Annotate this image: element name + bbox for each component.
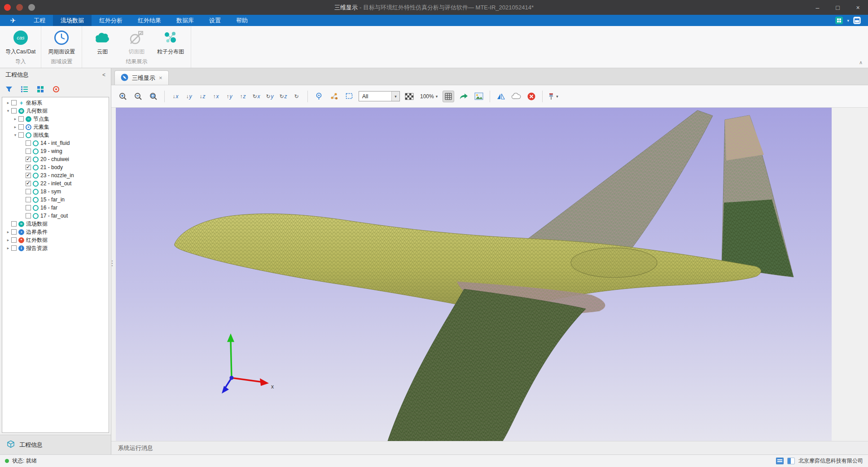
filter-icon[interactable]: [5, 85, 13, 93]
view-x-up-icon[interactable]: ↑x: [210, 91, 222, 102]
tree-item[interactable]: 21 - body: [2, 163, 109, 171]
app-dot-red-icon[interactable]: [4, 4, 11, 11]
view-y-down-icon[interactable]: ↓y: [183, 91, 195, 102]
taskbar-split-icon[interactable]: [787, 458, 795, 464]
tree-item[interactable]: 19 - wing: [2, 147, 109, 155]
zoom-fit-icon[interactable]: [148, 91, 159, 102]
zoom-level-dropdown[interactable]: 100% ▾: [419, 93, 439, 100]
list-view-icon[interactable]: [21, 85, 29, 93]
rotate-free-icon[interactable]: ↻: [291, 91, 302, 102]
tree-item[interactable]: ▸▪边界条件: [2, 228, 109, 236]
cloud-display-icon[interactable]: [510, 91, 522, 102]
tree-item[interactable]: ▸*红外数据: [2, 236, 109, 244]
zoom-in-icon[interactable]: [117, 91, 129, 102]
particle-distribution-button[interactable]: 粒子分布图: [154, 28, 187, 56]
menu-item-settings[interactable]: 设置: [202, 15, 228, 26]
visibility-checkbox[interactable]: [26, 205, 31, 210]
tab-3d-display[interactable]: 三维显示 ×: [114, 70, 169, 85]
panel-collapse-icon[interactable]: <: [102, 72, 105, 78]
expander-icon[interactable]: ▸: [5, 238, 11, 242]
visibility-checkbox[interactable]: [18, 124, 24, 130]
panel-footer-project-info[interactable]: 工程信息: [0, 435, 111, 454]
menu-item-help[interactable]: 帮助: [228, 15, 255, 26]
view-y-up-icon[interactable]: ↑y: [224, 91, 235, 102]
pin-caret-icon[interactable]: ▾: [556, 94, 558, 99]
tree-item[interactable]: ▸+坐标系: [2, 99, 109, 107]
tree-item[interactable]: ▾面线集: [2, 131, 109, 139]
quick-access-icon[interactable]: [835, 17, 843, 24]
grid-view-icon[interactable]: [36, 85, 44, 93]
app-dot-gray-icon[interactable]: [28, 4, 35, 11]
rotate-y-icon[interactable]: ↻y: [264, 91, 276, 102]
tree-item[interactable]: 15 - far_in: [2, 196, 109, 204]
ribbon-collapse-chevron-icon[interactable]: ∧: [859, 60, 863, 65]
expander-icon[interactable]: ▸: [5, 246, 11, 250]
menu-item-project[interactable]: 工程: [26, 15, 53, 26]
expander-icon[interactable]: ▾: [5, 109, 11, 113]
expander-icon[interactable]: ▸: [5, 230, 11, 234]
visibility-checkbox[interactable]: [11, 237, 17, 243]
tree-item[interactable]: 20 - chuiwei: [2, 155, 109, 163]
tree-item[interactable]: ≈流场数据: [2, 220, 109, 228]
box-select-icon[interactable]: [343, 91, 355, 102]
expander-icon[interactable]: ▾: [12, 133, 18, 137]
grid-display-toggle[interactable]: [443, 91, 454, 102]
tree-item[interactable]: ▸i报告资源: [2, 244, 109, 252]
import-cas-dat-button[interactable]: cas 导入Cas/Dat: [4, 28, 37, 56]
view-x-down-icon[interactable]: ↓x: [170, 91, 181, 102]
cloud-map-button[interactable]: 云图: [86, 28, 119, 56]
app-dot-maroon-icon[interactable]: [16, 4, 23, 11]
tree-item[interactable]: 22 - inlet_out: [2, 179, 109, 188]
menu-item-database[interactable]: 数据库: [169, 15, 202, 26]
probe-point-icon[interactable]: [313, 91, 324, 102]
pin-dropdown[interactable]: ▾: [548, 92, 558, 100]
visibility-checkbox[interactable]: [11, 108, 17, 113]
view-z-down-icon[interactable]: ↓z: [197, 91, 208, 102]
mirror-icon[interactable]: [495, 91, 507, 102]
visibility-checkbox[interactable]: [26, 157, 31, 162]
clear-results-icon[interactable]: [526, 91, 537, 102]
expander-icon[interactable]: ▸: [5, 100, 11, 105]
rotate-x-icon[interactable]: ↻x: [250, 91, 262, 102]
viewport-3d[interactable]: x: [116, 108, 832, 441]
window-layout-icon[interactable]: [853, 17, 861, 24]
view-z-up-icon[interactable]: ↑z: [237, 91, 249, 102]
tree-item[interactable]: 23 - nozzle_in: [2, 171, 109, 179]
expander-icon[interactable]: ▸: [12, 117, 18, 121]
section-plane-button[interactable]: 切面图: [120, 28, 153, 56]
tree-item[interactable]: ▸•元素集: [2, 123, 109, 131]
visibility-checkbox[interactable]: [18, 116, 24, 122]
snapshot-image-icon[interactable]: [473, 91, 485, 102]
periodic-face-button[interactable]: 周期面设置: [45, 28, 78, 56]
visibility-checkbox[interactable]: [18, 132, 24, 138]
tree-item[interactable]: 18 - sym: [2, 188, 109, 196]
menubar-caret-icon[interactable]: ▾: [847, 18, 849, 23]
rotate-z-icon[interactable]: ↻z: [277, 91, 289, 102]
panel-splitter-handle[interactable]: ⋮: [109, 261, 114, 265]
display-filter-select[interactable]: All ▾: [359, 91, 400, 101]
tree-item[interactable]: ▾⊕几何数据: [2, 107, 109, 115]
visibility-checkbox[interactable]: [11, 221, 17, 227]
tree-item[interactable]: ▸−节点集: [2, 115, 109, 123]
visibility-checkbox[interactable]: [26, 213, 31, 218]
tree-item[interactable]: 14 - int_fluid: [2, 139, 109, 147]
zoom-out-icon[interactable]: [132, 91, 144, 102]
visibility-checkbox[interactable]: [26, 148, 31, 154]
tree-item[interactable]: 17 - far_out: [2, 212, 109, 220]
menu-item-ir-analysis[interactable]: 红外分析: [92, 15, 130, 26]
taskbar-list-icon[interactable]: [776, 458, 784, 464]
visibility-checkbox[interactable]: [26, 189, 31, 194]
tab-close-icon[interactable]: ×: [159, 74, 162, 81]
expander-icon[interactable]: ▸: [12, 125, 18, 129]
locate-target-icon[interactable]: [52, 85, 60, 93]
maximize-button[interactable]: □: [828, 0, 848, 15]
visibility-checkbox[interactable]: [26, 140, 31, 146]
menu-item-ir-results[interactable]: 红外结果: [130, 15, 169, 26]
visibility-checkbox[interactable]: [26, 197, 31, 202]
opacity-pattern-icon[interactable]: [403, 91, 415, 102]
minimize-button[interactable]: –: [807, 0, 828, 15]
visibility-checkbox[interactable]: [11, 245, 17, 251]
visibility-checkbox[interactable]: [11, 100, 17, 105]
export-arrow-icon[interactable]: [458, 91, 469, 102]
visibility-checkbox[interactable]: [26, 165, 31, 170]
